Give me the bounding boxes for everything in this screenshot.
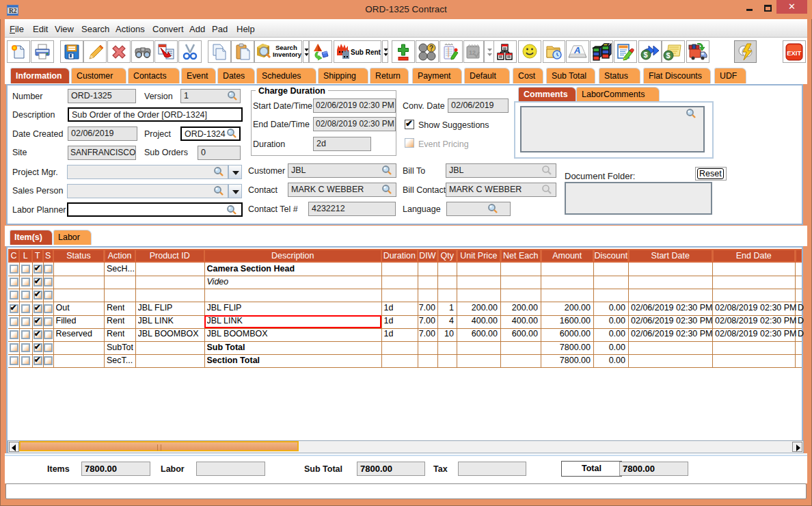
svg-text:?: ?	[429, 44, 433, 52]
svg-text:Search: Search	[275, 44, 297, 51]
svg-text:A: A	[573, 45, 580, 55]
svg-text:Inventory: Inventory	[273, 51, 301, 58]
svg-text:$: $	[644, 51, 648, 59]
svg-text:Sub Rent: Sub Rent	[351, 49, 381, 56]
svg-text:$: $	[666, 51, 671, 59]
svg-text:EXIT: EXIT	[787, 49, 801, 57]
